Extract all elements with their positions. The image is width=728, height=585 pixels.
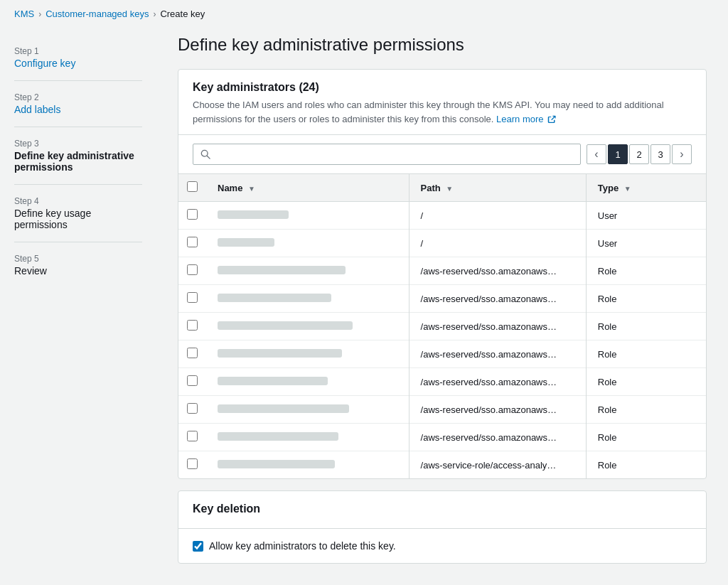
row-checkbox-cell[interactable] xyxy=(178,451,206,479)
row-type: Role xyxy=(586,257,706,285)
row-checkbox[interactable] xyxy=(187,348,198,358)
breadcrumb-customer-managed-keys[interactable]: Customer-managed keys xyxy=(46,9,149,19)
svg-line-1 xyxy=(207,156,210,159)
row-checkbox[interactable] xyxy=(187,292,198,303)
select-all-checkbox[interactable] xyxy=(187,181,198,192)
sidebar-step4-label: Step 4 xyxy=(14,196,142,206)
name-sort-icon: ▼ xyxy=(248,185,255,193)
row-checkbox-cell[interactable] xyxy=(178,285,206,313)
row-checkbox-cell[interactable] xyxy=(178,257,206,285)
type-sort-icon: ▼ xyxy=(624,185,631,193)
table-wrapper: Name ▼ Path ▼ Type ▼ xyxy=(178,174,706,478)
breadcrumb-current: Create key xyxy=(160,9,205,19)
row-checkbox[interactable] xyxy=(187,375,198,386)
row-type: Role xyxy=(586,424,706,451)
administrators-table: Name ▼ Path ▼ Type ▼ xyxy=(178,174,706,478)
row-path: / xyxy=(409,202,586,230)
search-input-wrapper[interactable] xyxy=(193,144,581,165)
row-name xyxy=(206,368,409,396)
row-type: Role xyxy=(586,285,706,313)
row-checkbox-cell[interactable] xyxy=(178,424,206,451)
row-path: /aws-reserved/sso.amazonaws… xyxy=(409,285,586,313)
panel-title: Key administrators (24) xyxy=(193,81,692,94)
row-path: /aws-service-role/access-analy… xyxy=(409,451,586,479)
key-administrators-panel: Key administrators (24) Choose the IAM u… xyxy=(178,69,707,479)
breadcrumb-sep-2: › xyxy=(153,9,156,19)
row-checkbox-cell[interactable] xyxy=(178,340,206,368)
sidebar-step4: Step 4 Define key usage permissions xyxy=(14,196,142,230)
row-checkbox-cell[interactable] xyxy=(178,396,206,424)
allow-delete-checkbox[interactable] xyxy=(193,541,203,552)
panel-header: Key administrators (24) Choose the IAM u… xyxy=(178,70,706,135)
sidebar-step1-link[interactable]: Configure key xyxy=(14,58,75,69)
row-type: User xyxy=(586,230,706,257)
pagination-page-1[interactable]: 1 xyxy=(608,144,628,164)
search-bar: ‹ 1 2 3 › xyxy=(178,135,706,174)
sidebar-step2-link[interactable]: Add labels xyxy=(14,104,60,115)
row-name xyxy=(206,396,409,424)
table-header-row: Name ▼ Path ▼ Type ▼ xyxy=(178,174,706,202)
row-checkbox[interactable] xyxy=(187,403,198,414)
row-checkbox[interactable] xyxy=(187,264,198,275)
th-name[interactable]: Name ▼ xyxy=(206,174,409,202)
table-row: /User xyxy=(178,202,706,230)
row-checkbox-cell[interactable] xyxy=(178,230,206,257)
table-row: /User xyxy=(178,230,706,257)
row-checkbox[interactable] xyxy=(187,458,198,469)
sidebar-step3: Step 3 Define key administrative permiss… xyxy=(14,139,142,173)
th-select-all[interactable] xyxy=(178,174,206,202)
table-row: /aws-reserved/sso.amazonaws…Role xyxy=(178,368,706,396)
sidebar-step3-label: Step 3 xyxy=(14,139,142,149)
row-path: /aws-reserved/sso.amazonaws… xyxy=(409,340,586,368)
th-path[interactable]: Path ▼ xyxy=(409,174,586,202)
key-deletion-header: Key deletion xyxy=(178,491,706,529)
row-checkbox-cell[interactable] xyxy=(178,202,206,230)
row-type: Role xyxy=(586,313,706,340)
row-type: User xyxy=(586,202,706,230)
row-path: /aws-reserved/sso.amazonaws… xyxy=(409,396,586,424)
pagination-page-2[interactable]: 2 xyxy=(629,144,649,164)
row-type: Role xyxy=(586,451,706,479)
row-checkbox-cell[interactable] xyxy=(178,368,206,396)
row-name xyxy=(206,424,409,451)
allow-delete-label[interactable]: Allow key administrators to delete this … xyxy=(193,540,692,552)
row-name xyxy=(206,313,409,340)
sidebar-step5-label: Step 5 xyxy=(14,254,142,264)
table-row: /aws-service-role/access-analy…Role xyxy=(178,451,706,479)
row-name xyxy=(206,285,409,313)
pagination-page-3[interactable]: 3 xyxy=(651,144,670,164)
sidebar-step5-text: Review xyxy=(14,265,142,277)
row-name xyxy=(206,340,409,368)
search-icon xyxy=(200,149,210,159)
th-type[interactable]: Type ▼ xyxy=(586,174,706,202)
external-link-icon xyxy=(547,115,556,124)
row-checkbox[interactable] xyxy=(187,320,198,331)
sidebar-step1: Step 1 Configure key xyxy=(14,46,142,69)
row-type: Role xyxy=(586,340,706,368)
sidebar-step3-text: Define key administrative permissions xyxy=(14,150,142,173)
row-type: Role xyxy=(586,368,706,396)
key-deletion-body: Allow key administrators to delete this … xyxy=(178,529,706,563)
panel-desc: Choose the IAM users and roles who can a… xyxy=(193,98,692,126)
sidebar-step2-label: Step 2 xyxy=(14,92,142,102)
row-path: /aws-reserved/sso.amazonaws… xyxy=(409,368,586,396)
search-input[interactable] xyxy=(215,149,573,160)
row-checkbox[interactable] xyxy=(187,209,198,220)
pagination-next[interactable]: › xyxy=(672,144,692,164)
breadcrumb-sep-1: › xyxy=(38,9,41,19)
row-checkbox-cell[interactable] xyxy=(178,313,206,340)
table-row: /aws-reserved/sso.amazonaws…Role xyxy=(178,340,706,368)
breadcrumb-kms[interactable]: KMS xyxy=(14,9,34,19)
learn-more-link[interactable]: Learn more xyxy=(496,114,556,124)
key-deletion-title: Key deletion xyxy=(193,503,692,515)
row-name xyxy=(206,257,409,285)
row-path: /aws-reserved/sso.amazonaws… xyxy=(409,313,586,340)
pagination: ‹ 1 2 3 › xyxy=(587,144,692,164)
sidebar-step1-label: Step 1 xyxy=(14,46,142,56)
pagination-prev[interactable]: ‹ xyxy=(587,144,606,164)
row-type: Role xyxy=(586,396,706,424)
page-title: Define key administrative permissions xyxy=(178,35,707,55)
row-checkbox[interactable] xyxy=(187,431,198,441)
sidebar: Step 1 Configure key Step 2 Add labels S… xyxy=(0,28,156,585)
row-checkbox[interactable] xyxy=(187,237,198,247)
